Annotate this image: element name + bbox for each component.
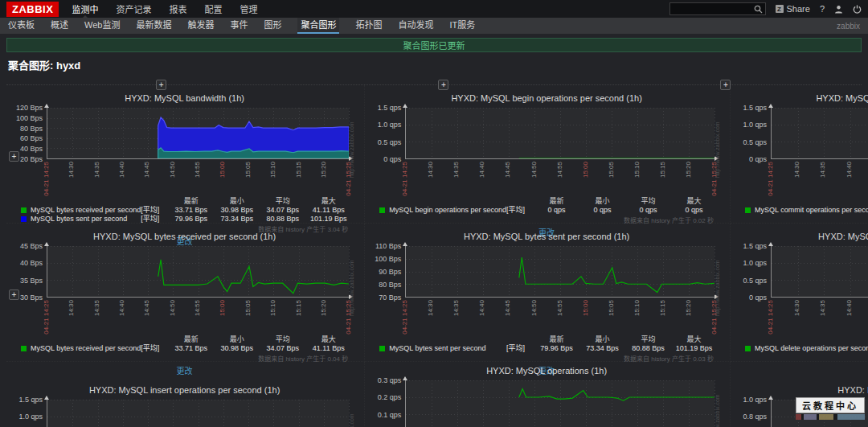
subnav-web[interactable]: Web监测 [84,18,120,34]
add-column-icon[interactable]: + [720,80,731,90]
y-tick-label: 0.1 qps [378,411,402,419]
subnav-dashboard[interactable]: 仪表板 [8,18,35,34]
y-tick-label: 0.8 qps [743,413,767,421]
graph-legend: 最新最小平均最大MySQL delete operations per seco… [745,335,868,353]
x-tick-label: 14:50 [169,162,176,178]
zabbix-url-note: http://www.zabbix.com [714,380,725,427]
subnav-overview[interactable]: 概述 [51,18,68,34]
y-tick-label: 0.5 qps [378,138,402,146]
graph-image[interactable] [405,246,714,298]
x-tick-label: 14:40 [478,162,485,178]
legend-value: 34.07 Bps [260,206,305,215]
menu-item-administration[interactable]: 管理 [240,2,257,15]
top-bar: ZABBIX 监测中 资产记录 报表 配置 管理 Z Share ? [0,0,868,18]
y-tick-label: 70 Bps [379,294,401,302]
graph-legend: 最新最小平均最大MySQL commit operations per seco… [745,197,868,215]
menu-item-reports[interactable]: 报表 [169,2,186,15]
menu-item-inventory[interactable]: 资产记录 [116,2,151,15]
help-button[interactable]: ? [820,4,825,14]
subnav-maps[interactable]: 拓扑图 [355,18,382,34]
share-button[interactable]: Z Share [776,4,810,14]
legend-header: 最小 [214,335,260,344]
plot-wrap: 04-21 14:2514:3014:3514:4014:4514:5014:5… [47,400,349,427]
y-axis-labels: 1.5 qps1.0 qps0.5 qps0 qps [734,246,771,298]
legend-header: 平均 [625,335,671,344]
add-column-icon[interactable]: + [156,80,166,90]
x-tick-label: 14:45 [143,162,150,178]
plot-wrap: 04-21 14:2514:3014:3514:4014:4514:5014:5… [405,246,714,335]
graph-image[interactable] [47,400,349,427]
subnav-events[interactable]: 事件 [230,18,248,34]
graph-image[interactable] [405,108,714,159]
graph-legend: 最新最小平均最大MySQL bytes received per second[… [21,197,351,224]
graph-body: 0.3 qps0.2 qps0.1 qps0 qps 04-21 14:2514… [368,380,725,427]
plot-wrap: 04-21 14:2514:3014:3514:4014:4514:5014:5… [405,108,714,196]
x-tick-label: 14:40 [478,300,485,316]
subnav-it-services[interactable]: IT服务 [449,18,475,34]
x-tick-label: 14:35 [93,300,100,316]
legend-value: 30.98 Bps [214,206,260,215]
legend-header: 最大 [671,335,717,344]
graph-title: HYXD: MySQL bytes sent per second (1h) [368,232,725,241]
x-tick-label: 14:55 [556,162,563,178]
legend-header: 最大 [305,197,351,206]
screen-area: + + + + + HYXD: MySQL bandwidth (1h) 120… [6,84,862,427]
graph-image[interactable] [771,108,868,159]
data-series [519,389,714,401]
watermark-text: 云教程中心 [796,397,865,413]
y-tick-label: 40 Bps [20,145,43,153]
graph-image[interactable] [47,108,349,159]
y-axis-labels: 1.5 qps1.0 qps0.5 qps0 qps [734,108,771,159]
x-tick-label: 14:30 [427,162,434,178]
legend-value: 101.19 Bps [671,344,717,353]
add-column-icon[interactable]: + [438,80,448,90]
logout-button[interactable] [853,5,862,14]
y-tick-label: 0 qps [749,155,767,163]
legend-value: 34.07 Bps [260,344,305,353]
y-axis-labels: 0.3 qps0.2 qps0.1 qps0 qps [368,380,405,427]
subnav-screens[interactable]: 聚合图形 [297,18,339,34]
legend-color-swatch [21,346,27,351]
add-row-icon[interactable]: + [9,151,19,162]
legend-header: 最新 [168,335,214,344]
legend-header: 最新 [168,197,214,206]
x-tick-label: 15:20 [685,300,692,316]
x-tick-label: 15:10 [269,300,276,316]
legend-header: 平均 [625,197,671,206]
zabbix-url-note: http://www.zabbix.com [349,400,359,427]
graph-panel: HYXD: MySQL insert operations per second… [6,362,365,427]
y-tick-label: 100 Bps [375,255,401,263]
menu-item-configuration[interactable]: 配置 [204,2,222,15]
menu-item-monitoring[interactable]: 监测中 [72,2,98,15]
x-tick-label: 15:10 [633,162,641,178]
graph-title: HYXD: MySQL operations (1h) [368,366,725,376]
subnav-graphs[interactable]: 图形 [264,18,281,34]
x-tick-label: 14:50 [169,300,176,316]
search-input[interactable] [670,5,754,14]
legend-value: 80.88 Bps [625,344,671,353]
graph-image[interactable] [771,246,868,298]
graph-image[interactable] [405,380,714,427]
search-icon[interactable] [754,5,763,14]
legend-series-name: MySQL commit operations per second [755,206,868,215]
graph-body: 1.5 qps1.0 qps0.5 qps0 qps 04-21 14:2514… [368,108,725,196]
legend-value: 30.98 Bps [214,344,260,353]
profile-button[interactable] [834,5,843,14]
subnav-discovery[interactable]: 自动发现 [398,18,433,34]
x-tick-label: 14:50 [530,300,538,316]
x-axis-labels: 04-21 14:2514:3014:3514:4014:4514:5014:5… [405,298,714,335]
zabbix-logo[interactable]: ZABBIX [6,2,59,17]
graph-panel: HYXD: MySQL begin operations per second … [365,85,731,224]
x-tick-label: 15:20 [320,162,327,178]
x-tick-label: 14:35 [452,300,460,316]
subnav-latest-data[interactable]: 最新数据 [136,18,171,34]
legend-series-name: MySQL bytes sent per second [389,344,506,353]
legend-row: MySQL bytes received per second[平均]33.71… [21,344,351,353]
legend-header: 最新 [534,197,579,206]
add-row-icon[interactable]: + [9,289,19,300]
legend-value: 41.11 Bps [305,206,351,215]
graph-image[interactable] [47,246,349,298]
subnav-triggers[interactable]: 触发器 [187,18,214,34]
search-box[interactable] [669,2,766,15]
plot-wrap: 04-21 14:2514:3014:3514:4014:4514:5014:5… [771,108,868,196]
